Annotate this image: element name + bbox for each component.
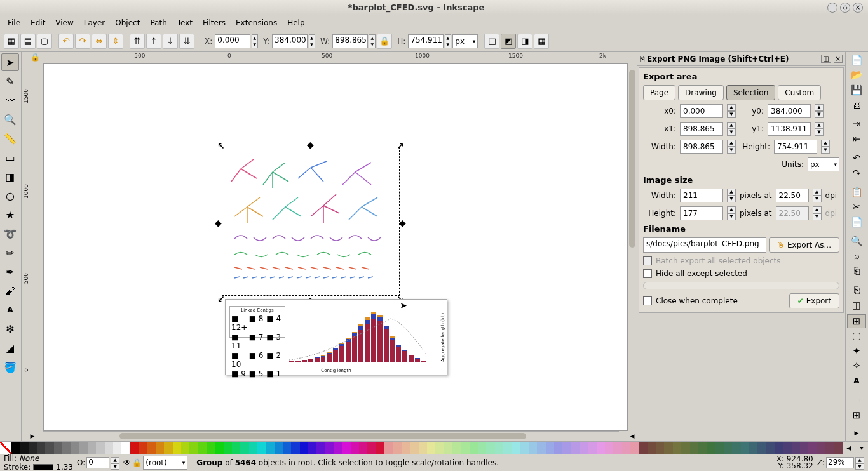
minimize-button[interactable]: –: [827, 3, 837, 13]
palette-swatch[interactable]: [648, 442, 656, 454]
palette-swatch[interactable]: [410, 442, 418, 454]
scroll-right-end-icon[interactable]: ▶: [847, 426, 866, 439]
dpi-w-input[interactable]: 22.50: [776, 189, 809, 202]
palette-swatch[interactable]: [732, 442, 740, 454]
x0-input[interactable]: 0.000: [680, 104, 723, 118]
palette-swatch[interactable]: [808, 442, 817, 454]
zoom-input[interactable]: 29%: [826, 457, 854, 468]
palette-swatch[interactable]: [588, 442, 596, 454]
img-width-input[interactable]: 211: [680, 189, 723, 202]
palette-swatch[interactable]: [325, 442, 334, 454]
area-height-spinner[interactable]: ▲▼: [821, 140, 830, 154]
palette-scroll-left[interactable]: ◀: [843, 442, 855, 454]
palette-swatch[interactable]: [147, 442, 156, 454]
palette-swatch[interactable]: [817, 442, 825, 454]
area-width-input[interactable]: 898.865: [680, 140, 723, 154]
x-spinner[interactable]: ▲▼: [252, 34, 258, 48]
palette-swatch[interactable]: [520, 442, 529, 454]
palette-swatch[interactable]: [800, 442, 808, 454]
panel-close-icon[interactable]: ×: [834, 55, 843, 63]
palette-swatch[interactable]: [792, 442, 800, 454]
transform-pattern-button[interactable]: ▦: [534, 34, 549, 49]
palette-swatch[interactable]: [825, 442, 834, 454]
palette-swatch[interactable]: [546, 442, 554, 454]
palette-swatch[interactable]: [316, 442, 325, 454]
eraser-tool[interactable]: ◢: [1, 339, 19, 357]
paste-icon[interactable]: 📄: [847, 215, 866, 229]
select-all-layers-button[interactable]: ▤: [20, 34, 36, 49]
units-select[interactable]: px: [452, 34, 478, 48]
palette-swatch[interactable]: [690, 442, 698, 454]
palette-swatch[interactable]: [189, 442, 198, 454]
palette-swatch[interactable]: [470, 442, 478, 454]
palette-swatch[interactable]: [486, 442, 494, 454]
close-complete-checkbox[interactable]: [643, 296, 652, 305]
palette-swatch[interactable]: [359, 442, 367, 454]
star-tool[interactable]: ★: [1, 206, 19, 223]
palette-swatch[interactable]: [749, 442, 757, 454]
spiral-tool[interactable]: ➰: [1, 225, 19, 242]
palette-swatch[interactable]: [452, 442, 461, 454]
palette-swatch[interactable]: [164, 442, 172, 454]
h-input[interactable]: 754.911: [408, 34, 444, 48]
hide-others-checkbox[interactable]: [643, 269, 652, 278]
new-doc-icon[interactable]: 📄: [847, 53, 866, 67]
rotate-cw-button[interactable]: ↷: [75, 34, 90, 49]
snap-page-icon[interactable]: ▭: [847, 393, 866, 406]
ruler-horizontal[interactable]: 🔒 -500 0 500 1000 1500 2k: [43, 52, 628, 63]
export-button[interactable]: ✔Export: [789, 293, 839, 308]
palette-swatch[interactable]: [45, 442, 53, 454]
ruler-vertical[interactable]: 0 500 1000 1500: [22, 63, 43, 431]
palette-swatch[interactable]: [562, 442, 571, 454]
snap-grid-icon[interactable]: ⊞: [847, 408, 866, 421]
palette-swatch[interactable]: [419, 442, 427, 454]
palette-swatch[interactable]: [79, 442, 88, 454]
y0-spinner[interactable]: ▲▼: [815, 104, 824, 118]
palette-swatch[interactable]: [283, 442, 291, 454]
palette-swatch[interactable]: [291, 442, 299, 454]
cut-icon[interactable]: ✂: [847, 201, 866, 214]
opacity-input[interactable]: 0: [86, 457, 109, 468]
palette-swatch[interactable]: [605, 442, 613, 454]
calligraphy-tool[interactable]: 🖌: [1, 282, 19, 300]
img-width-spinner[interactable]: ▲▼: [727, 189, 736, 202]
menu-object[interactable]: Object: [111, 17, 144, 29]
redo-icon[interactable]: ↷: [847, 166, 866, 180]
palette-swatch[interactable]: [597, 442, 605, 454]
palette-swatch[interactable]: [724, 442, 732, 454]
import-icon[interactable]: ⇥: [847, 117, 866, 131]
palette-swatch[interactable]: [232, 442, 240, 454]
palette-swatch[interactable]: [249, 442, 257, 454]
ellipse-tool[interactable]: ○: [1, 187, 19, 204]
area-height-input[interactable]: 754.911: [774, 140, 817, 154]
bezier-tool[interactable]: ✒: [1, 263, 19, 281]
select-all-button[interactable]: ▦: [4, 34, 19, 49]
node-tool[interactable]: ✎: [1, 72, 19, 90]
palette-swatch[interactable]: [139, 442, 147, 454]
y1-input[interactable]: 1138.911: [768, 122, 811, 136]
palette-swatch[interactable]: [71, 442, 79, 454]
snap-toggle[interactable]: ⊞: [847, 314, 866, 328]
palette-swatch[interactable]: [275, 442, 283, 454]
transform-gradient-button[interactable]: ◨: [517, 34, 532, 49]
color-palette[interactable]: ◀ ▾: [0, 441, 868, 454]
duplicate-icon[interactable]: ⎘: [847, 283, 866, 296]
undo-icon[interactable]: ↶: [847, 151, 866, 164]
palette-swatch[interactable]: [342, 442, 350, 454]
export-area-custom-button[interactable]: Custom: [778, 85, 821, 100]
palette-swatch[interactable]: [512, 442, 520, 454]
fill-value[interactable]: None: [19, 454, 39, 463]
pencil-tool[interactable]: ✏: [1, 244, 19, 262]
palette-swatch[interactable]: [741, 442, 749, 454]
open-icon[interactable]: 📂: [847, 68, 866, 81]
palette-swatch[interactable]: [656, 442, 664, 454]
palette-swatch[interactable]: [62, 442, 71, 454]
raise-top-button[interactable]: ⇈: [130, 34, 145, 49]
menu-text[interactable]: Text: [173, 17, 196, 29]
palette-swatch[interactable]: [834, 442, 842, 454]
palette-swatch[interactable]: [775, 442, 783, 454]
palette-swatch[interactable]: [37, 442, 45, 454]
export-icon-strip[interactable]: ⇤: [847, 132, 866, 145]
menu-extensions[interactable]: Extensions: [232, 17, 281, 29]
palette-swatch[interactable]: [402, 442, 410, 454]
